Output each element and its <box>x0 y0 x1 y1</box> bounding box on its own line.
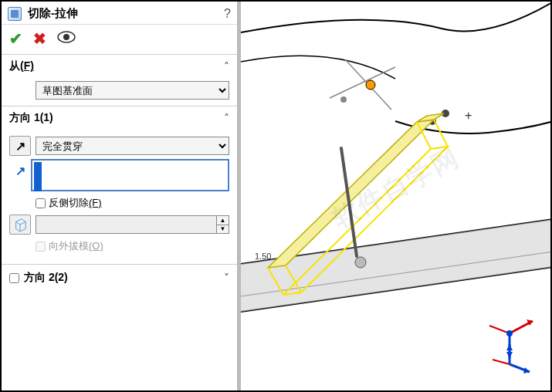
svg-point-20 <box>355 257 366 268</box>
ok-button[interactable]: ✔ <box>9 29 22 48</box>
svg-line-32 <box>493 360 510 364</box>
draft-icon[interactable] <box>9 215 31 235</box>
direction2-header[interactable]: 方向 2(2) ˅ <box>2 265 237 291</box>
spin-up-button[interactable]: ▲ <box>217 216 229 225</box>
svg-marker-12 <box>241 219 550 312</box>
spin-down-button[interactable]: ▼ <box>217 225 229 234</box>
draft-outward-checkbox: 向外拔模(O) <box>36 239 229 253</box>
svg-line-15 <box>434 120 448 147</box>
confirm-row: ✔ ✖ <box>2 25 237 55</box>
arrow-ne-icon: ↗ <box>15 139 25 154</box>
svg-marker-14 <box>417 113 444 122</box>
direction-arrow-icon: ↗ <box>15 164 25 178</box>
detailed-preview-button[interactable] <box>57 31 76 46</box>
direction2-label: 方向 2(2) <box>24 271 224 285</box>
reverse-direction-button[interactable]: ↗ <box>9 136 31 156</box>
direction2-checkbox[interactable] <box>9 273 19 283</box>
graphics-viewport[interactable]: + 1.50 <box>241 2 550 390</box>
feature-panel: 切除-拉伸 ? ✔ ✖ 从(F) ˄ 草图基准面 方向 1(1) <box>2 2 241 390</box>
from-header[interactable]: 从(F) ˄ <box>2 55 237 78</box>
view-triad-secondary[interactable] <box>493 344 530 373</box>
flip-side-checkbox[interactable]: 反侧切除(F) <box>36 196 229 210</box>
chevron-up-icon: ˄ <box>224 60 229 73</box>
view-triad[interactable] <box>489 319 533 358</box>
cut-extrude-icon <box>8 7 22 21</box>
chevron-down-icon: ˅ <box>224 272 229 284</box>
from-select[interactable]: 草图基准面 <box>36 81 229 100</box>
svg-line-6 <box>330 67 395 98</box>
svg-point-1 <box>63 34 69 40</box>
chevron-up-icon: ˄ <box>224 112 229 124</box>
from-label: 从 <box>9 59 20 72</box>
panel-title-row: 切除-拉伸 ? <box>2 2 237 25</box>
svg-line-26 <box>489 326 510 333</box>
sketch-origin-point <box>366 80 375 90</box>
end-condition-select[interactable]: 完全贯穿 <box>36 137 229 155</box>
svg-text:+: + <box>465 109 472 122</box>
direction1-header[interactable]: 方向 1(1) ˄ <box>2 106 237 130</box>
direction1-label: 方向 1(1) <box>9 111 224 125</box>
help-icon[interactable]: ? <box>224 7 231 21</box>
svg-point-27 <box>506 330 513 336</box>
from-section: 从(F) ˄ 草图基准面 <box>2 55 237 106</box>
svg-point-8 <box>340 96 347 103</box>
svg-marker-31 <box>506 344 513 350</box>
direction1-section: 方向 1(1) ˄ ↗ 完全贯穿 ↗ <box>2 106 237 265</box>
cancel-button[interactable]: ✖ <box>33 29 46 48</box>
draft-angle-spinner[interactable]: ▲ ▼ <box>36 215 229 234</box>
panel-title: 切除-拉伸 <box>28 6 224 21</box>
dimension-label: 1.50 <box>255 252 271 261</box>
direction-selection-box[interactable] <box>31 159 229 191</box>
svg-marker-2 <box>16 219 26 231</box>
